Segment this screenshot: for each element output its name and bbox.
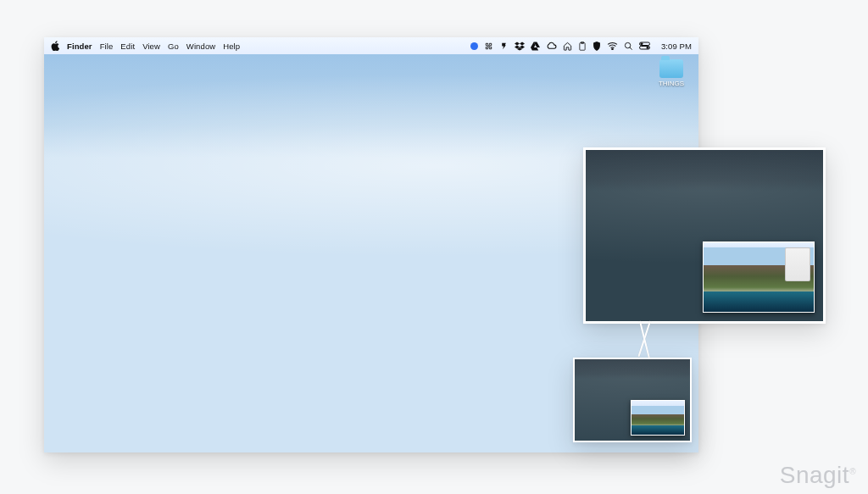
- menubar-item-edit[interactable]: Edit: [120, 42, 135, 51]
- recursive-preview-large: [583, 147, 826, 324]
- menubar-item-file[interactable]: File: [100, 42, 114, 51]
- shield-icon[interactable]: [593, 42, 601, 51]
- desktop-folder[interactable]: THINGS: [654, 59, 688, 87]
- cloud-icon[interactable]: [546, 42, 557, 51]
- menubar-item-go[interactable]: Go: [168, 42, 179, 51]
- brand-registered-mark: ®: [849, 467, 856, 476]
- menubar-status-area: 3:09 PM: [470, 42, 692, 51]
- svg-point-7: [647, 47, 648, 48]
- mini-context-menu: [785, 247, 810, 281]
- snagit-icon[interactable]: [499, 42, 509, 51]
- menubar-item-help[interactable]: Help: [223, 42, 240, 51]
- menubar-item-window[interactable]: Window: [186, 42, 215, 51]
- brand-watermark: Snagit®: [780, 462, 856, 489]
- svg-rect-0: [580, 42, 585, 50]
- dropbox-icon[interactable]: [515, 42, 525, 51]
- svg-point-3: [625, 42, 630, 47]
- search-icon[interactable]: [624, 42, 633, 51]
- home-icon[interactable]: [563, 42, 572, 51]
- menubar-item-view[interactable]: View: [142, 42, 160, 51]
- brand-name: Snagit: [780, 462, 849, 488]
- apple-menu-icon[interactable]: [51, 41, 59, 51]
- puzzle-icon[interactable]: [484, 42, 493, 51]
- control-center-icon[interactable]: [639, 42, 650, 50]
- nested-screenshot: [631, 400, 685, 436]
- google-drive-icon[interactable]: [531, 42, 540, 51]
- nested-screenshot: [703, 241, 815, 313]
- wifi-icon[interactable]: [607, 42, 618, 50]
- svg-point-2: [612, 48, 613, 49]
- status-dot-icon[interactable]: [470, 42, 478, 50]
- menubar-clock[interactable]: 3:09 PM: [661, 42, 692, 51]
- mini-wallpaper: [632, 406, 684, 435]
- svg-point-6: [641, 43, 643, 45]
- macos-menubar: Finder File Edit View Go Window Help: [44, 37, 698, 54]
- desktop-folder-label: THINGS: [659, 80, 684, 87]
- recursive-preview-small: [573, 358, 692, 442]
- folder-icon: [659, 59, 683, 78]
- clipboard-icon[interactable]: [578, 42, 587, 51]
- menubar-app-name[interactable]: Finder: [67, 42, 92, 51]
